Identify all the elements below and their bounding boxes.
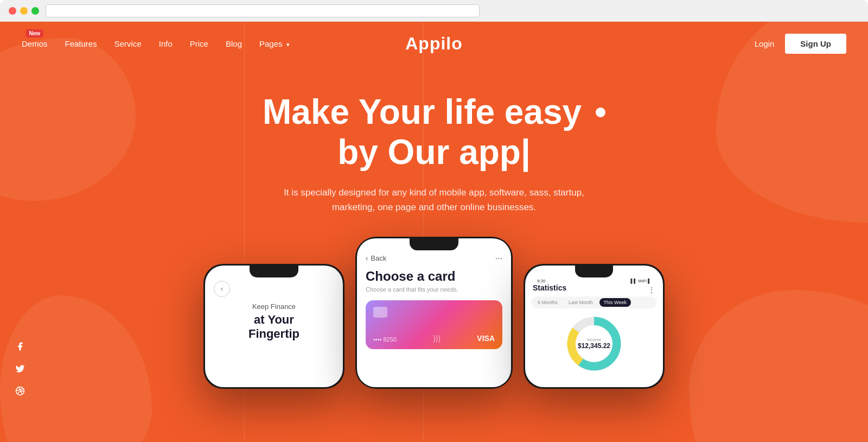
right-screen-content: 9:20 ▌▌ WiFi ▌ Statistics ⋮ 6 Months Las… (525, 266, 663, 387)
back-button-left[interactable]: ‹ (214, 281, 230, 297)
stats-tabs: 6 Months Last Month This Week (532, 296, 656, 308)
twitter-icon[interactable] (15, 364, 25, 376)
back-link[interactable]: ‹ Back (366, 254, 386, 262)
phone-left: ‹ Keep Finance at Your Fingertip (203, 264, 344, 389)
nav-right: Login Sign Up (755, 34, 846, 54)
main-content: New Demos Features Service Info Price Bl… (0, 22, 868, 442)
tab-thisweek[interactable]: This Week (599, 298, 631, 307)
notch-center (410, 238, 458, 250)
phone-right-screen: 9:20 ▌▌ WiFi ▌ Statistics ⋮ 6 Months Las… (525, 266, 663, 387)
nav-item-info[interactable]: Info (159, 39, 173, 48)
facebook-icon[interactable] (15, 342, 25, 354)
choose-card-subtitle: Choose a card that fits your needs. (366, 286, 502, 293)
nav-item-blog[interactable]: Blog (226, 39, 242, 48)
card-brand: VISA (477, 334, 495, 343)
phone-left-screen: ‹ Keep Finance at Your Fingertip (205, 266, 343, 387)
dot-accent (596, 108, 605, 117)
hero-section: Make Your life easy by Our app| It is sp… (0, 65, 868, 215)
tab-6months[interactable]: 6 Months (533, 298, 562, 307)
nav-left: New Demos Features Service Info Price Bl… (22, 39, 755, 48)
stats-title: Statistics (533, 283, 566, 292)
phones-container: ‹ Keep Finance at Your Fingertip ‹ (0, 237, 868, 389)
card-nfc: ))) (433, 334, 441, 343)
credit-card: •••• 8250 ))) VISA (366, 300, 502, 349)
choose-card-title: Choose a card (366, 269, 502, 284)
stats-menu[interactable]: ⋮ (648, 286, 655, 294)
browser-url-bar[interactable] (46, 4, 480, 17)
brand-logo[interactable]: Appilo (405, 34, 463, 54)
social-sidebar (15, 342, 25, 399)
phone-right: 9:20 ▌▌ WiFi ▌ Statistics ⋮ 6 Months Las… (524, 264, 665, 389)
phone-center: ‹ Back ··· Choose a card Choose a card t… (355, 237, 513, 389)
browser-dots (9, 7, 39, 15)
nav-item-service[interactable]: Service (114, 39, 142, 48)
nav-item-features[interactable]: Features (65, 39, 97, 48)
donut-label: Income $12,345.22 (578, 337, 610, 350)
browser-chrome (0, 0, 868, 22)
notch-right (575, 266, 613, 277)
hero-subtitle: It is specially designed for any kind of… (277, 185, 591, 214)
notch-left (250, 266, 298, 277)
hero-title: Make Your life easy by Our app| (0, 92, 868, 172)
center-header: ‹ Back ··· (366, 254, 502, 263)
left-screen-content: ‹ Keep Finance at Your Fingertip (205, 266, 343, 387)
card-chip (373, 307, 387, 318)
signup-button[interactable]: Sign Up (785, 34, 846, 54)
dot-green[interactable] (31, 7, 39, 15)
center-screen-content: ‹ Back ··· Choose a card Choose a card t… (357, 238, 511, 387)
card-bottom: •••• 8250 ))) VISA (373, 334, 495, 343)
menu-dots[interactable]: ··· (495, 254, 502, 263)
login-button[interactable]: Login (755, 39, 775, 48)
dribbble-icon[interactable] (15, 386, 25, 399)
navbar: New Demos Features Service Info Price Bl… (0, 22, 868, 65)
nav-item-price[interactable]: Price (190, 39, 208, 48)
dot-red[interactable] (9, 7, 16, 15)
card-number: •••• 8250 (373, 336, 397, 343)
nav-item-demos[interactable]: New Demos (22, 39, 48, 48)
new-badge: New (25, 29, 43, 37)
dot-yellow[interactable] (20, 7, 28, 15)
keep-finance-text: Keep Finance (252, 302, 296, 311)
fingertip-text: at Your Fingertip (248, 313, 299, 342)
nav-item-pages[interactable]: Pages (259, 39, 290, 48)
phone-center-screen: ‹ Back ··· Choose a card Choose a card t… (357, 238, 511, 387)
donut-chart-container: Income $12,345.22 (532, 314, 656, 374)
tab-lastmonth[interactable]: Last Month (564, 298, 597, 307)
